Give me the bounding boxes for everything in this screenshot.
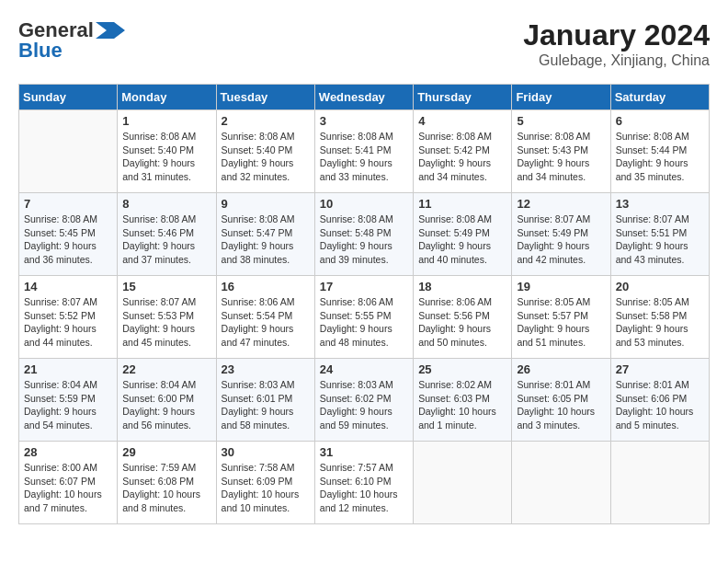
header-sunday: Sunday	[19, 85, 118, 110]
day-info: Sunrise: 8:07 AMSunset: 5:52 PMDaylight:…	[24, 295, 112, 350]
calendar-cell: 19Sunrise: 8:05 AMSunset: 5:57 PMDayligh…	[512, 276, 610, 359]
month-year: January 2024	[523, 18, 710, 52]
calendar-cell: 23Sunrise: 8:03 AMSunset: 6:01 PMDayligh…	[216, 359, 314, 442]
logo-blue: Blue	[18, 39, 63, 63]
calendar-week-row: 14Sunrise: 8:07 AMSunset: 5:52 PMDayligh…	[19, 276, 710, 359]
day-info: Sunrise: 8:08 AMSunset: 5:44 PMDaylight:…	[616, 130, 704, 184]
day-info: Sunrise: 8:06 AMSunset: 5:54 PMDaylight:…	[222, 295, 310, 350]
header-saturday: Saturday	[610, 85, 709, 110]
calendar-week-row: 28Sunrise: 8:00 AMSunset: 6:07 PMDayligh…	[19, 442, 710, 524]
day-number: 16	[222, 280, 310, 293]
day-number: 31	[320, 445, 408, 459]
day-number: 1	[122, 114, 210, 128]
day-number: 5	[517, 114, 605, 128]
day-number: 17	[320, 280, 408, 293]
calendar-cell: 3Sunrise: 8:08 AMSunset: 5:41 PMDaylight…	[314, 110, 413, 193]
calendar-cell: 31Sunrise: 7:57 AMSunset: 6:10 PMDayligh…	[314, 442, 413, 524]
header-thursday: Thursday	[414, 85, 512, 110]
day-number: 2	[222, 114, 310, 128]
day-info: Sunrise: 7:59 AMSunset: 6:08 PMDaylight:…	[122, 461, 210, 515]
calendar-cell: 15Sunrise: 8:07 AMSunset: 5:53 PMDayligh…	[118, 276, 216, 359]
header-friday: Friday	[512, 85, 610, 110]
header-monday: Monday	[118, 85, 216, 110]
location: Gulebage, Xinjiang, China	[523, 52, 710, 69]
day-info: Sunrise: 8:08 AMSunset: 5:48 PMDaylight:…	[320, 213, 408, 267]
day-number: 7	[24, 197, 112, 211]
day-info: Sunrise: 8:04 AMSunset: 5:59 PMDaylight:…	[24, 378, 112, 432]
day-number: 6	[616, 114, 704, 128]
calendar-cell: 24Sunrise: 8:03 AMSunset: 6:02 PMDayligh…	[314, 359, 413, 442]
day-number: 28	[24, 445, 112, 459]
day-number: 8	[122, 197, 210, 211]
day-number: 23	[222, 362, 310, 376]
day-number: 9	[222, 197, 310, 211]
title-block: January 2024 Gulebage, Xinjiang, China	[523, 18, 710, 69]
day-number: 22	[122, 362, 210, 376]
day-info: Sunrise: 8:05 AMSunset: 5:57 PMDaylight:…	[517, 295, 605, 350]
day-info: Sunrise: 8:08 AMSunset: 5:41 PMDaylight:…	[320, 130, 408, 184]
day-info: Sunrise: 8:06 AMSunset: 5:55 PMDaylight:…	[320, 295, 408, 350]
day-number: 30	[222, 445, 310, 459]
calendar-cell: 22Sunrise: 8:04 AMSunset: 6:00 PMDayligh…	[118, 359, 216, 442]
calendar-cell: 8Sunrise: 8:08 AMSunset: 5:46 PMDaylight…	[118, 193, 216, 276]
calendar-cell: 14Sunrise: 8:07 AMSunset: 5:52 PMDayligh…	[19, 276, 118, 359]
calendar-cell: 2Sunrise: 8:08 AMSunset: 5:40 PMDaylight…	[216, 110, 314, 193]
calendar-week-row: 7Sunrise: 8:08 AMSunset: 5:45 PMDaylight…	[19, 193, 710, 276]
calendar-cell	[610, 442, 709, 524]
day-number: 19	[517, 280, 605, 293]
day-info: Sunrise: 8:07 AMSunset: 5:49 PMDaylight:…	[517, 213, 605, 267]
day-number: 18	[418, 280, 506, 293]
day-number: 27	[616, 362, 704, 376]
day-info: Sunrise: 8:08 AMSunset: 5:43 PMDaylight:…	[517, 130, 605, 184]
day-number: 11	[418, 197, 506, 211]
day-number: 4	[418, 114, 506, 128]
day-number: 21	[24, 362, 112, 376]
calendar-cell: 10Sunrise: 8:08 AMSunset: 5:48 PMDayligh…	[314, 193, 413, 276]
calendar-cell: 20Sunrise: 8:05 AMSunset: 5:58 PMDayligh…	[610, 276, 709, 359]
page-header: General Blue January 2024 Gulebage, Xinj…	[18, 18, 710, 69]
calendar-cell: 13Sunrise: 8:07 AMSunset: 5:51 PMDayligh…	[610, 193, 709, 276]
day-info: Sunrise: 7:58 AMSunset: 6:09 PMDaylight:…	[222, 461, 310, 515]
day-number: 13	[616, 197, 704, 211]
day-info: Sunrise: 8:08 AMSunset: 5:46 PMDaylight:…	[122, 213, 210, 267]
calendar-cell: 6Sunrise: 8:08 AMSunset: 5:44 PMDaylight…	[610, 110, 709, 193]
calendar-cell: 17Sunrise: 8:06 AMSunset: 5:55 PMDayligh…	[314, 276, 413, 359]
day-number: 26	[517, 362, 605, 376]
calendar-header-row: SundayMondayTuesdayWednesdayThursdayFrid…	[19, 85, 710, 110]
calendar-cell	[19, 110, 118, 193]
calendar-cell: 1Sunrise: 8:08 AMSunset: 5:40 PMDaylight…	[118, 110, 216, 193]
logo: General Blue	[18, 18, 125, 63]
day-info: Sunrise: 8:07 AMSunset: 5:51 PMDaylight:…	[616, 213, 704, 267]
calendar-week-row: 21Sunrise: 8:04 AMSunset: 5:59 PMDayligh…	[19, 359, 710, 442]
day-info: Sunrise: 8:03 AMSunset: 6:02 PMDaylight:…	[320, 378, 408, 432]
calendar-cell: 16Sunrise: 8:06 AMSunset: 5:54 PMDayligh…	[216, 276, 314, 359]
calendar-cell: 11Sunrise: 8:08 AMSunset: 5:49 PMDayligh…	[414, 193, 512, 276]
calendar-cell: 30Sunrise: 7:58 AMSunset: 6:09 PMDayligh…	[216, 442, 314, 524]
calendar-cell: 25Sunrise: 8:02 AMSunset: 6:03 PMDayligh…	[414, 359, 512, 442]
calendar-cell: 9Sunrise: 8:08 AMSunset: 5:47 PMDaylight…	[216, 193, 314, 276]
calendar-week-row: 1Sunrise: 8:08 AMSunset: 5:40 PMDaylight…	[19, 110, 710, 193]
day-info: Sunrise: 8:06 AMSunset: 5:56 PMDaylight:…	[418, 295, 506, 350]
calendar-cell: 12Sunrise: 8:07 AMSunset: 5:49 PMDayligh…	[512, 193, 610, 276]
day-number: 10	[320, 197, 408, 211]
calendar-cell: 4Sunrise: 8:08 AMSunset: 5:42 PMDaylight…	[414, 110, 512, 193]
day-number: 3	[320, 114, 408, 128]
day-number: 25	[418, 362, 506, 376]
day-info: Sunrise: 8:08 AMSunset: 5:40 PMDaylight:…	[222, 130, 310, 184]
calendar-cell	[512, 442, 610, 524]
day-info: Sunrise: 8:08 AMSunset: 5:47 PMDaylight:…	[222, 213, 310, 267]
calendar-cell: 18Sunrise: 8:06 AMSunset: 5:56 PMDayligh…	[414, 276, 512, 359]
svg-marker-0	[96, 22, 125, 39]
header-wednesday: Wednesday	[314, 85, 413, 110]
day-info: Sunrise: 8:05 AMSunset: 5:58 PMDaylight:…	[616, 295, 704, 350]
day-info: Sunrise: 8:01 AMSunset: 6:05 PMDaylight:…	[517, 378, 605, 432]
day-info: Sunrise: 8:08 AMSunset: 5:42 PMDaylight:…	[418, 130, 506, 184]
day-info: Sunrise: 8:08 AMSunset: 5:49 PMDaylight:…	[418, 213, 506, 267]
day-number: 12	[517, 197, 605, 211]
day-number: 15	[122, 280, 210, 293]
calendar-table: SundayMondayTuesdayWednesdayThursdayFrid…	[18, 84, 710, 524]
calendar-cell	[414, 442, 512, 524]
day-info: Sunrise: 7:57 AMSunset: 6:10 PMDaylight:…	[320, 461, 408, 515]
day-info: Sunrise: 8:07 AMSunset: 5:53 PMDaylight:…	[122, 295, 210, 350]
day-info: Sunrise: 8:04 AMSunset: 6:00 PMDaylight:…	[122, 378, 210, 432]
